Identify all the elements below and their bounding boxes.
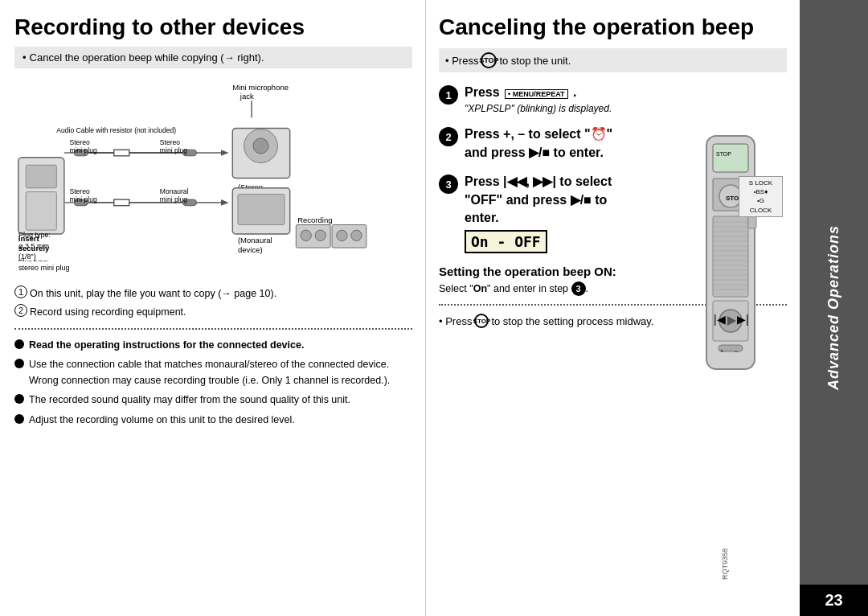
step-circle-1: 1	[14, 285, 27, 298]
svg-point-49	[351, 230, 362, 240]
bullet-dot-cancel: •	[23, 51, 27, 64]
bullet-item-3: The recorded sound quality may differ fr…	[14, 392, 412, 408]
stop-note-top: • Press STOP to stop the unit.	[439, 48, 787, 72]
svg-text:Monaural: Monaural	[160, 187, 189, 195]
plug-size-label: ø 3.5 mm	[18, 241, 70, 253]
right-section: Canceling the operation beep • Press STO…	[426, 0, 868, 616]
advanced-operations-label: Advanced Operations	[825, 225, 842, 390]
svg-text:device): device)	[238, 245, 263, 254]
svg-rect-5	[26, 165, 56, 188]
device-image-area: STOP STOP	[690, 132, 779, 392]
svg-rect-51	[713, 144, 748, 172]
plug-type-desc-label: stereo mini plug	[18, 263, 70, 274]
lock-label-g: •G	[743, 196, 779, 205]
svg-text:STOP: STOP	[716, 151, 731, 157]
steps-and-device: 1 Press • MENU/REPEAT . "XPLPSLP" (blink…	[439, 84, 787, 296]
left-title: Recording to other devices	[14, 14, 412, 40]
svg-text:mini plug: mini plug	[160, 195, 187, 203]
right-title: Canceling the operation beep	[439, 14, 787, 40]
svg-rect-13	[114, 150, 129, 156]
svg-text:mini plug: mini plug	[70, 195, 97, 203]
svg-marker-17	[221, 150, 229, 156]
svg-text:|◀: |◀	[714, 313, 726, 326]
rqt-code: RQT9358	[721, 548, 729, 580]
left-section: Recording to other devices • Cancel the …	[0, 0, 426, 616]
diagram-area: Mini microphone jack Audio Cable with re…	[14, 76, 412, 261]
menu-repeat-badge: • MENU/REPEAT	[505, 89, 568, 99]
bullet-item-2: Use the connection cable that matches mo…	[14, 357, 412, 388]
right-sidebar: Advanced Operations 23	[800, 0, 868, 616]
instructions: 1 On this unit, play the file you want t…	[14, 285, 412, 320]
page-number: 23	[800, 585, 868, 616]
step-row-1: 1 Press • MENU/REPEAT . "XPLPSLP" (blink…	[439, 84, 787, 114]
svg-text:Stereo: Stereo	[70, 187, 90, 195]
bullet-4-text: Adjust the recording volume on this unit…	[29, 413, 295, 428]
bullet-item-1: Read the operating instructions for the …	[14, 338, 412, 353]
svg-text:Stereo: Stereo	[160, 138, 180, 146]
bullet-1-bold: Read the operating instructions for the …	[29, 339, 304, 351]
instruction-2: Record using recording equipment.	[30, 304, 186, 320]
svg-rect-30	[114, 199, 129, 206]
bullet-dot-3	[14, 394, 24, 404]
step-3-text: Press |◀◀, ▶▶| to select"OFF" and press …	[465, 173, 612, 227]
step-1-sub: "XPLPSLP" (blinking) is displayed.	[465, 103, 612, 114]
svg-marker-34	[221, 199, 229, 206]
bullet-item-4: Adjust the recording volume on this unit…	[14, 413, 412, 428]
stop-circle-bottom: STOP	[474, 314, 489, 328]
bullet-dot-1	[14, 339, 24, 349]
svg-rect-6	[26, 192, 56, 231]
lock-label-clock: CLOCK	[743, 206, 779, 215]
instruction-1: On this unit, play the file you want to …	[30, 285, 276, 302]
plug-size2-label: (1/8")	[18, 252, 70, 263]
stop-circle-top: STOP	[481, 52, 497, 68]
bullet-dot-2	[14, 359, 24, 368]
step-num-2: 2	[439, 127, 458, 146]
bullet-2-text: Use the connection cable that matches mo…	[29, 357, 412, 388]
bullet-dot-4	[14, 414, 24, 424]
svg-text:mini plug: mini plug	[70, 146, 97, 154]
step-circle-2: 2	[14, 304, 27, 317]
bullet-3-text: The recorded sound quality may differ fr…	[29, 392, 350, 408]
bullet-section: Read the operating instructions for the …	[14, 338, 412, 428]
svg-text:Recording: Recording	[297, 216, 332, 224]
step-ref-3: 3	[571, 281, 586, 296]
svg-text:Stereo: Stereo	[70, 138, 90, 146]
right-content: Canceling the operation beep • Press STO…	[426, 0, 800, 616]
cancel-note: • Cancel the operation beep while copyin…	[14, 47, 412, 68]
svg-point-48	[337, 230, 347, 240]
plug-type-label: Plug type:	[18, 230, 70, 241]
lock-panel: S LOCK •BS♦ •G CLOCK	[739, 176, 783, 217]
svg-text:(Monaural: (Monaural	[238, 236, 272, 244]
svg-text:Mini microphone: Mini microphone	[232, 83, 289, 92]
svg-text:+: +	[720, 348, 723, 354]
bullet-stop: • Press	[445, 55, 478, 67]
lock-label-bs: •BS♦	[743, 187, 779, 196]
svg-text:–: –	[735, 348, 738, 354]
lock-label-s: S LOCK	[743, 179, 779, 187]
svg-point-45	[301, 230, 311, 240]
svg-text:jack: jack	[240, 92, 254, 101]
svg-text:▶|: ▶|	[737, 313, 749, 326]
svg-rect-36	[238, 194, 285, 224]
step-1-text: Press • MENU/REPEAT .	[465, 84, 612, 101]
step-num-1: 1	[439, 85, 458, 105]
svg-text:Audio Cable with resistor (not: Audio Cable with resistor (not included)	[56, 126, 176, 134]
on-off-display: On - OFF	[465, 230, 547, 253]
svg-point-46	[315, 230, 326, 240]
page-container: Recording to other devices • Cancel the …	[0, 0, 868, 616]
step-num-3: 3	[439, 175, 458, 194]
svg-point-20	[253, 138, 268, 154]
svg-text:mini plug: mini plug	[160, 146, 187, 154]
divider-1	[14, 328, 412, 330]
